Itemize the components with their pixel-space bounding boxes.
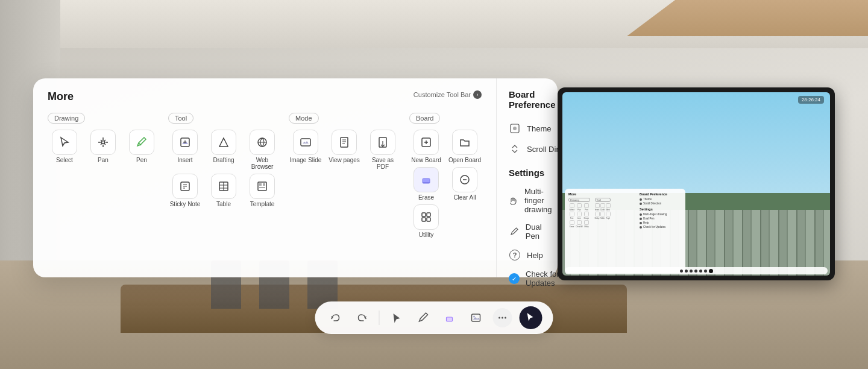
theme-label: Theme xyxy=(527,124,551,133)
image-button[interactable] xyxy=(467,308,486,327)
table-icon xyxy=(211,174,236,199)
tool-pen[interactable]: Pen xyxy=(125,130,159,163)
active-tool-button[interactable] xyxy=(520,306,542,329)
tool-select[interactable]: Select xyxy=(48,130,81,163)
eraser-button[interactable] xyxy=(440,308,459,327)
svg-rect-10 xyxy=(341,137,348,147)
view-pages-label: View pages xyxy=(329,157,360,163)
theme-icon xyxy=(509,122,521,134)
image-slide-label: Image Slide xyxy=(290,157,322,163)
select-button[interactable] xyxy=(387,308,406,327)
tools-sections: Drawing Select Pan xyxy=(48,112,482,238)
drawing-label: Drawing xyxy=(48,113,85,124)
tv-modal-mini: More Drawing Select Pan Pen Text Line Sh… xyxy=(565,189,685,273)
tool-template[interactable]: Template xyxy=(245,174,279,207)
check-updates-icon: ✓ xyxy=(509,273,520,285)
multi-finger-label: Multi-finger drawing xyxy=(524,187,555,214)
tv-tool-label: Tool xyxy=(595,198,611,202)
customize-toolbar-button[interactable]: Customize Tool Bar › xyxy=(414,90,482,99)
select-icon xyxy=(52,130,77,155)
pen-label: Pen xyxy=(136,157,147,163)
board-section: Board New Board Open Board xyxy=(409,113,482,238)
svg-rect-7 xyxy=(263,183,265,186)
tool-drafting[interactable]: Drafting xyxy=(207,130,241,170)
new-board-label: New Board xyxy=(411,157,441,163)
erase-icon xyxy=(414,167,439,192)
drawing-section: Drawing Select Pan xyxy=(48,113,159,238)
image-slide-icon xyxy=(293,130,318,155)
tool-web-browser[interactable]: Web Browser xyxy=(245,130,279,170)
web-browser-icon xyxy=(250,130,275,155)
sticky-note-icon xyxy=(172,174,198,199)
tool-section: Tool Insert Drafting xyxy=(168,113,279,238)
select-label: Select xyxy=(56,157,73,163)
svg-rect-17 xyxy=(427,213,430,216)
svg-point-27 xyxy=(505,317,506,319)
help-icon: ? xyxy=(509,249,521,261)
help-label: Help xyxy=(527,251,543,260)
new-board-icon xyxy=(414,130,439,155)
customize-arrow-icon: › xyxy=(473,90,482,99)
drawing-tools: Select Pan Pen xyxy=(48,130,159,163)
pen-button[interactable] xyxy=(414,308,433,327)
tool-view-pages[interactable]: View pages xyxy=(327,130,361,170)
tool-save-pdf[interactable]: Save as PDF xyxy=(366,130,400,170)
svg-point-0 xyxy=(102,141,105,144)
tool-label: Tool xyxy=(168,113,193,124)
tool-insert[interactable]: Insert xyxy=(168,130,202,170)
main-modal: More Customize Tool Bar › Drawing Select xyxy=(33,78,558,277)
template-icon xyxy=(250,174,275,199)
tool-clear-all[interactable]: Clear All xyxy=(448,167,482,201)
svg-rect-18 xyxy=(422,218,426,221)
more-button[interactable] xyxy=(493,308,512,327)
save-pdf-icon xyxy=(370,130,395,155)
svg-rect-22 xyxy=(447,317,453,321)
pan-icon xyxy=(90,130,116,155)
tv-drawing-label: Drawing xyxy=(568,198,590,202)
redo-button[interactable] xyxy=(353,308,372,327)
utility-label: Utility xyxy=(419,232,433,238)
tool-image-slide[interactable]: Image Slide xyxy=(289,130,322,170)
undo-button[interactable] xyxy=(326,308,345,327)
tool-tools: Insert Drafting Web Browser xyxy=(168,130,279,207)
svg-point-24 xyxy=(473,316,475,318)
tv-sky xyxy=(562,92,830,193)
tv-settings-mini-title: Settings xyxy=(640,207,682,211)
tv-screen: 28:26:24 More Drawing Select Pan Pen Tex… xyxy=(562,92,830,276)
svg-point-25 xyxy=(498,317,500,319)
web-browser-label: Web Browser xyxy=(245,157,279,170)
tool-erase[interactable]: Erase xyxy=(409,167,443,201)
tv-modal-left: More Drawing Select Pan Pen Text Line Sh… xyxy=(568,192,637,270)
tv-mini-title: More xyxy=(568,192,637,196)
view-pages-icon xyxy=(332,130,357,155)
tool-sticky-note[interactable]: Sticky Note xyxy=(168,174,202,207)
svg-rect-16 xyxy=(422,213,426,216)
clear-all-icon xyxy=(452,167,477,192)
multi-finger-icon xyxy=(509,195,518,207)
tool-pan[interactable]: Pan xyxy=(86,130,120,163)
tv-toolbar-mini xyxy=(565,267,828,274)
toolbar xyxy=(315,301,553,334)
drafting-label: Drafting xyxy=(213,157,234,163)
open-board-icon xyxy=(452,130,477,155)
pan-label: Pan xyxy=(98,157,108,163)
board-label: Board xyxy=(409,113,440,124)
tool-open-board[interactable]: Open Board xyxy=(448,130,482,163)
svg-rect-6 xyxy=(259,183,262,186)
insert-icon xyxy=(172,130,198,155)
tv-frame: 28:26:24 More Drawing Select Pan Pen Tex… xyxy=(558,87,835,280)
tool-table[interactable]: Table xyxy=(207,174,241,207)
mode-label: Mode xyxy=(289,113,319,124)
mode-tools: Image Slide View pages Save as PDF xyxy=(289,130,400,170)
tool-utility[interactable]: Utility xyxy=(409,204,443,238)
tool-new-board[interactable]: New Board xyxy=(409,130,443,163)
svg-rect-9 xyxy=(301,139,310,146)
tv-container: 28:26:24 More Drawing Select Pan Pen Tex… xyxy=(558,87,835,280)
table-label: Table xyxy=(216,201,231,207)
sticky-note-label: Sticky Note xyxy=(170,201,201,207)
dual-pen-icon xyxy=(509,226,520,238)
svg-point-26 xyxy=(502,317,503,319)
svg-rect-14 xyxy=(423,182,430,183)
pen-icon xyxy=(129,130,154,155)
svg-point-21 xyxy=(513,127,517,130)
